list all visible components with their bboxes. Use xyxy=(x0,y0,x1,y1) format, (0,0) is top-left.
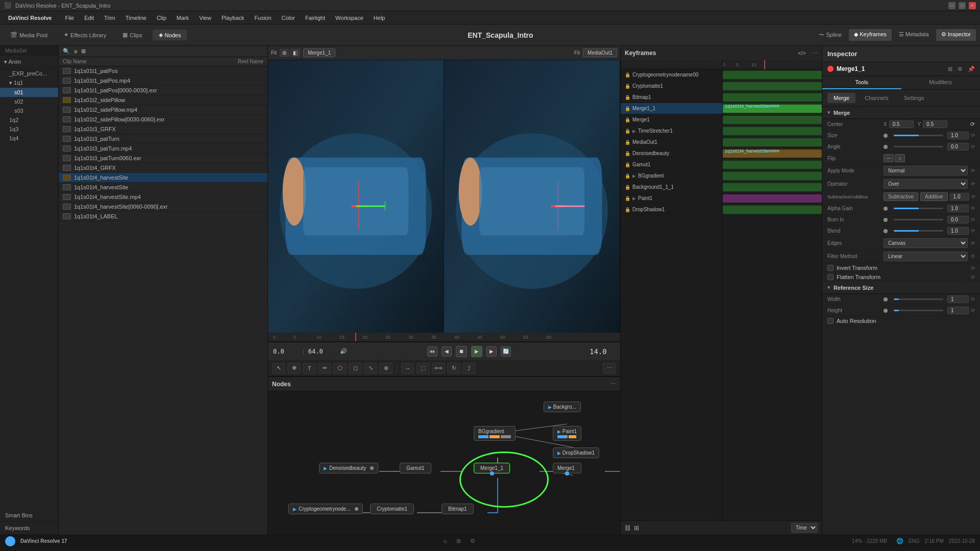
operator-reset-icon[interactable]: ⟳ xyxy=(971,181,975,187)
center-y-input[interactable] xyxy=(923,120,947,128)
tab-modifiers[interactable]: Modifiers xyxy=(901,76,981,89)
sidebar-keywords[interactable]: Keywords xyxy=(0,522,58,535)
filter-method-reset-icon[interactable]: ⟳ xyxy=(971,254,975,259)
window-controls[interactable]: ─ □ ✕ xyxy=(948,2,976,9)
sidebar-item-anim[interactable]: ▾ Anim xyxy=(0,56,58,69)
nodes-menu-icon[interactable]: ⋯ xyxy=(610,381,616,387)
angle-reset-icon[interactable]: ⟳ xyxy=(971,144,975,149)
node-merge1[interactable]: Merge1 xyxy=(553,463,581,473)
ref-height-reset-icon[interactable]: ⟳ xyxy=(971,308,975,313)
menu-davinci-resolve[interactable]: DaVinci Resolve xyxy=(4,14,56,22)
alpha-gain-reset-icon[interactable]: ⟳ xyxy=(971,206,975,211)
sidebar-item-1q2[interactable]: 1q2 xyxy=(0,115,58,124)
tool-crop[interactable]: ⬚ xyxy=(416,363,430,374)
list-item[interactable]: 1q1s01t4_harvestSite xyxy=(59,173,267,183)
tab-tools[interactable]: Tools xyxy=(822,76,901,89)
auto-resolution-checkbox[interactable] xyxy=(827,318,834,324)
flip-h-button[interactable]: ↔ xyxy=(884,154,894,162)
flatten-transform-checkbox[interactable] xyxy=(827,274,834,280)
size-slider[interactable] xyxy=(894,135,943,136)
view-toggle[interactable]: ≡ xyxy=(74,48,77,55)
apply-mode-reset-icon[interactable]: ⟳ xyxy=(971,168,975,173)
node-bggradient[interactable]: BGgradient xyxy=(474,426,516,441)
list-item[interactable]: 1q1s01t3_GRFX xyxy=(59,124,267,134)
kf-link-icon[interactable]: ⛓ xyxy=(625,524,631,532)
kf-table-icon[interactable]: ⊞ xyxy=(634,524,639,532)
menu-fairlight[interactable]: Fairlight xyxy=(301,14,329,22)
maximize-button[interactable]: □ xyxy=(959,2,966,9)
tool-mask[interactable]: ◻ xyxy=(349,363,362,374)
right-viewer-pane[interactable]: 1280x720xfloat32 xyxy=(444,60,620,333)
size-input[interactable] xyxy=(947,132,969,139)
tool-warp[interactable]: ⤡ xyxy=(364,363,377,374)
list-item[interactable]: 1q1s01t3_patTurn xyxy=(59,134,267,144)
blend-input[interactable] xyxy=(947,227,969,235)
list-item[interactable]: 1q1s01t3_patTurn.mp4 xyxy=(59,144,267,154)
fit-left[interactable]: Fit xyxy=(271,50,277,56)
tab-effects-library[interactable]: ✦ Effects Library xyxy=(58,30,112,40)
tool-more[interactable]: ⋯ xyxy=(603,363,616,374)
merge-tab-channels[interactable]: Channels xyxy=(859,93,894,103)
list-item[interactable]: 1q1s01t1_patPos.mp4 xyxy=(59,76,267,86)
play-button[interactable]: ▶ xyxy=(471,346,482,357)
tool-pan[interactable]: ✥ xyxy=(287,363,301,374)
list-item[interactable]: 1q1s01t4_LABEL xyxy=(59,212,267,221)
burn-in-slider[interactable] xyxy=(894,219,943,220)
ref-width-slider[interactable] xyxy=(894,298,943,300)
fit-right[interactable]: Fit xyxy=(574,50,580,56)
list-item[interactable]: 1q1s01t2_sidePillow.mp4 xyxy=(59,105,267,115)
menu-timeline[interactable]: Timeline xyxy=(121,14,151,22)
tab-metadata[interactable]: ☰ Metadata xyxy=(894,29,934,41)
sidebar-item-exr-preco[interactable]: _EXR_preCo... xyxy=(0,69,58,78)
subtractive-button[interactable]: Subtractive xyxy=(884,192,918,201)
kf-item-gamut1[interactable]: 🔒 Gamut1 xyxy=(621,159,722,170)
menu-edit[interactable]: Edit xyxy=(80,14,98,22)
list-item[interactable]: 1q1s01t1_patPos[0000-0030].exr xyxy=(59,86,267,95)
kf-item-merge1[interactable]: 🔒 Merge1 xyxy=(621,114,722,126)
kf-item-mediaout1[interactable]: 🔒 MediaOut1 xyxy=(621,137,722,148)
node-pin-icon[interactable]: 📌 xyxy=(968,66,975,72)
blend-slider[interactable] xyxy=(894,230,943,232)
sub-add-input[interactable] xyxy=(950,193,969,201)
menu-clip[interactable]: Clip xyxy=(153,14,170,22)
list-item[interactable]: 1q1s01t4_harvestSite xyxy=(59,183,267,192)
burn-in-input[interactable] xyxy=(947,216,969,223)
list-item[interactable]: 1q1s01t2_sidePillow xyxy=(59,95,267,105)
tool-connect[interactable]: ⤴ xyxy=(462,363,476,374)
tab-spline[interactable]: 〜 Spline xyxy=(814,29,847,41)
kf-item-timestretcher1[interactable]: 🔒 ▶ TimeStretcher1 xyxy=(621,126,722,137)
nodes-canvas[interactable]: ▶ Denoisedbeauty Gamut1 Merge1_1 xyxy=(268,391,620,535)
node-denoisedbeauty[interactable]: ▶ Denoisedbeauty xyxy=(319,463,378,473)
sub-add-reset-icon[interactable]: ⟳ xyxy=(971,194,975,199)
tool-select[interactable]: ↖ xyxy=(272,363,285,374)
kf-item-cryptogeometry[interactable]: 🔒 Cryptogeometrynodename00 xyxy=(621,69,722,81)
angle-input[interactable] xyxy=(947,143,969,151)
node-gamut1[interactable]: Gamut1 xyxy=(400,463,431,473)
list-item[interactable]: 1q1s01t3_patTurn0060.exr xyxy=(59,154,267,163)
statusbar-icon-4[interactable]: 🌐 xyxy=(896,538,903,544)
menu-mark[interactable]: Mark xyxy=(173,14,193,22)
sidebar-smart-bins[interactable]: Smart Bins xyxy=(0,509,58,522)
kf-item-bitmap1[interactable]: 🔒 Bitmap1 xyxy=(621,92,722,103)
tab-media-pool[interactable]: 🎬 Media Pool xyxy=(4,30,54,40)
sidebar-item-s01[interactable]: s01 xyxy=(0,88,58,97)
go-to-start-button[interactable]: ⏮ xyxy=(427,346,437,357)
kf-code-icon[interactable]: </> xyxy=(798,50,806,56)
node-paint1[interactable]: ▶ Paint1 xyxy=(553,426,581,441)
edges-reset-icon[interactable]: ⟳ xyxy=(971,240,975,246)
menu-playback[interactable]: Playback xyxy=(217,14,249,22)
step-forward-button[interactable]: ▶ xyxy=(486,346,497,357)
audio-icon[interactable]: 🔊 xyxy=(340,348,347,355)
node-dropshadow1[interactable]: ▶ DropShadow1 xyxy=(553,447,599,458)
tool-flip[interactable]: ⟺ xyxy=(432,363,445,374)
kf-item-bggradient[interactable]: 🔒 ▶ BGgradient xyxy=(621,170,722,182)
kf-item-denoisedbeauty[interactable]: 🔒 Denoisedbeauty xyxy=(621,148,722,159)
sidebar-item-s02[interactable]: s02 xyxy=(0,97,58,106)
ref-height-input[interactable] xyxy=(947,307,969,314)
kf-item-merge1-1[interactable]: 🔒 Merge1_1 xyxy=(621,103,722,114)
size-reset-icon[interactable]: ⟳ xyxy=(971,133,975,138)
kf-item-paint1[interactable]: 🔒 ▶ Paint1 xyxy=(621,193,722,204)
list-item[interactable]: 1q1s01t4_harvestSite.mp4 xyxy=(59,192,267,202)
viewer-btn[interactable]: ⊞ xyxy=(280,49,289,57)
sidebar-item-1q4[interactable]: 1q4 xyxy=(0,134,58,143)
